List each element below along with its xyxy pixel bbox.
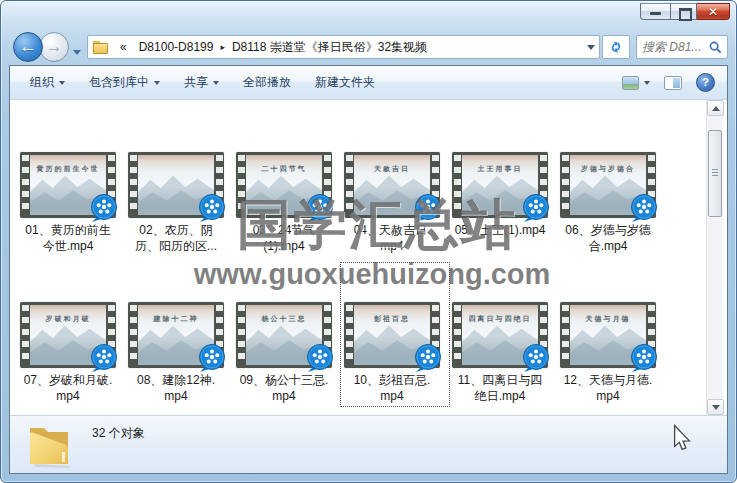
include-in-library-button[interactable]: 包含到库中: [81, 70, 168, 95]
film-sprockets-left: [454, 155, 461, 215]
share-label: 共享: [184, 74, 208, 91]
maximize-icon: [679, 8, 692, 21]
navigation-bar: ← → « D8100-D8199 ▸ D8118 崇道堂《择日民俗》32集视频…: [9, 29, 728, 65]
video-player-badge-icon: [305, 193, 335, 223]
breadcrumb-segment-current[interactable]: D8118 崇道堂《择日民俗》32集视频: [226, 39, 433, 56]
thumbnail-caption: 黄历的前生今世: [30, 164, 106, 174]
video-player-badge-icon: [521, 343, 551, 373]
file-item[interactable]: 岁破和月破 07、岁破和月破.mp4: [14, 302, 122, 404]
thumbnail-caption: 建除十二神: [138, 314, 214, 324]
file-item[interactable]: 建除十二神 08、建除12神.mp4: [122, 302, 230, 404]
organize-button[interactable]: 组织: [22, 70, 73, 95]
views-icon: [622, 76, 639, 90]
video-thumbnail: 天德与月德: [560, 302, 656, 368]
arrow-right-icon: →: [46, 37, 63, 57]
film-sprockets-left: [130, 305, 137, 365]
file-item[interactable]: 四离日与四绝日 11、四离日与四绝日.mp4: [446, 302, 554, 404]
video-thumbnail: 岁破和月破: [20, 302, 116, 368]
address-dropdown-icon[interactable]: [587, 45, 595, 50]
client-area: 组织 包含到库中 共享 全部播放 新建文件夹: [9, 65, 728, 474]
scroll-up-button[interactable]: [707, 100, 724, 116]
film-sprockets-left: [454, 305, 461, 365]
thumbnail-caption: 天赦吉日: [354, 164, 430, 174]
help-button[interactable]: ?: [696, 73, 715, 92]
thumbnail-caption: 岁德与岁德合: [570, 164, 646, 174]
file-item[interactable]: 二十四节气 03、24节气(1).mp4: [230, 152, 338, 254]
folder-icon: [24, 420, 76, 470]
refresh-icon: [609, 40, 623, 54]
film-sprockets-left: [346, 305, 353, 365]
preview-pane-button[interactable]: [664, 76, 682, 90]
file-list-area: 黄历的前生今世 01、黄历的前生今世.mp4: [10, 100, 727, 415]
down-arrow-icon: [712, 405, 720, 410]
file-name-label: 02、农历、阴历、阳历的区...: [122, 222, 230, 254]
video-player-badge-icon: [521, 193, 551, 223]
scrollbar-thumb[interactable]: [708, 130, 722, 217]
file-name-label: 10、彭祖百忌.mp4: [338, 372, 446, 404]
file-item[interactable]: 黄历的前生今世 01、黄历的前生今世.mp4: [14, 152, 122, 254]
chevron-down-icon: [59, 81, 65, 85]
back-button[interactable]: ←: [13, 32, 43, 62]
file-item[interactable]: 天德与月德 12、天德与月德.mp4: [554, 302, 662, 404]
video-thumbnail: 四离日与四绝日: [452, 302, 548, 368]
file-name-label: 01、黄历的前生今世.mp4: [14, 222, 122, 254]
play-all-button[interactable]: 全部播放: [235, 70, 299, 95]
minimize-button[interactable]: [640, 3, 670, 20]
folder-icon: [93, 41, 109, 54]
search-input[interactable]: 搜索 D81...: [642, 39, 709, 56]
arrow-left-icon: ←: [20, 37, 37, 57]
thumbnail-caption: 四离日与四绝日: [462, 314, 538, 324]
window-controls: ✕: [640, 3, 730, 20]
file-item[interactable]: 天赦吉日 04、天赦吉日.mp4: [338, 152, 446, 254]
thumbnail-caption: 天德与月德: [570, 314, 646, 324]
video-thumbnail: 天赦吉日: [344, 152, 440, 218]
maximize-button[interactable]: [670, 3, 697, 20]
change-view-button[interactable]: [622, 76, 650, 90]
file-item[interactable]: 土王用事日 05、土王(1).mp4: [446, 152, 554, 254]
video-player-badge-icon: [197, 343, 227, 373]
video-player-badge-icon: [413, 343, 443, 373]
thumbnail-caption: 杨公十三忌: [246, 314, 322, 324]
search-icon[interactable]: [709, 41, 722, 54]
vertical-scrollbar[interactable]: [706, 100, 723, 415]
item-count-text: 32 个对象: [92, 425, 145, 442]
film-sprockets-left: [22, 305, 29, 365]
file-grid: 黄历的前生今世 01、黄历的前生今世.mp4: [14, 152, 674, 415]
video-player-badge-icon: [89, 193, 119, 223]
address-bar[interactable]: « D8100-D8199 ▸ D8118 崇道堂《择日民俗》32集视频: [87, 35, 600, 59]
new-folder-label: 新建文件夹: [315, 74, 375, 91]
toolbar-right-group: ?: [622, 73, 715, 92]
explorer-window: ✕ ← → « D8100-D8199 ▸ D8118 崇道堂《择日民俗》32集…: [0, 0, 737, 483]
file-name-label: 04、天赦吉日.mp4: [338, 222, 446, 254]
film-sprockets-left: [238, 305, 245, 365]
organize-label: 组织: [30, 74, 54, 91]
refresh-button[interactable]: [602, 35, 630, 59]
share-button[interactable]: 共享: [176, 70, 227, 95]
history-dropdown-icon[interactable]: [73, 50, 81, 55]
forward-button[interactable]: →: [39, 32, 69, 62]
film-sprockets-left: [130, 155, 137, 215]
film-sprockets-left: [562, 155, 569, 215]
video-thumbnail: 建除十二神: [128, 302, 224, 368]
file-item[interactable]: 彭祖百忌 10、彭祖百忌.mp4: [338, 302, 446, 404]
close-button[interactable]: ✕: [697, 3, 730, 20]
video-thumbnail: 二十四节气: [236, 152, 332, 218]
chevron-down-icon: [644, 81, 650, 85]
command-toolbar: 组织 包含到库中 共享 全部播放 新建文件夹: [10, 66, 727, 100]
film-sprockets-left: [346, 155, 353, 215]
new-folder-button[interactable]: 新建文件夹: [307, 70, 383, 95]
video-thumbnail: 土王用事日: [452, 152, 548, 218]
file-item[interactable]: 杨公十三忌 09、杨公十三忌.mp4: [230, 302, 338, 404]
video-thumbnail: 彭祖百忌: [344, 302, 440, 368]
file-item[interactable]: 岁德与岁德合 06、岁德与岁德合.mp4: [554, 152, 662, 254]
file-item[interactable]: 02、农历、阴历、阳历的区...: [122, 152, 230, 254]
film-sprockets-left: [22, 155, 29, 215]
scroll-down-button[interactable]: [707, 399, 724, 415]
breadcrumb-overflow-chevron[interactable]: «: [114, 40, 133, 54]
close-icon: ✕: [697, 4, 729, 19]
search-box[interactable]: 搜索 D81...: [636, 35, 728, 59]
up-arrow-icon: [712, 106, 720, 111]
file-name-label: 12、天德与月德.mp4: [554, 372, 662, 404]
breadcrumb-segment-parent[interactable]: D8100-D8199: [133, 40, 220, 54]
play-all-label: 全部播放: [243, 74, 291, 91]
